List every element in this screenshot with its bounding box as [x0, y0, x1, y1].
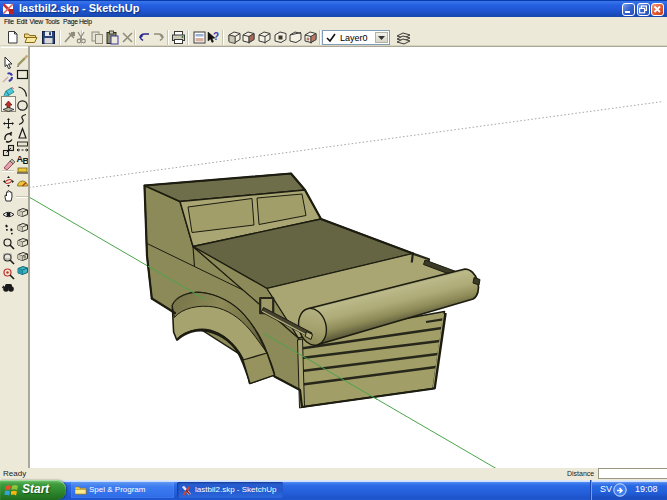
svg-text:?: ? — [213, 31, 219, 42]
